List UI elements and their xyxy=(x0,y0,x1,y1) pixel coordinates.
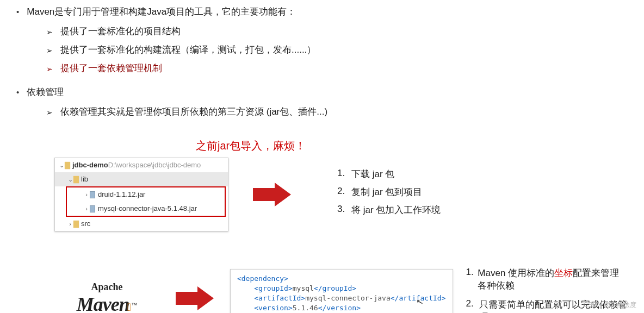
svg-marker-1 xyxy=(176,286,214,310)
folder-icon: ▇ xyxy=(65,160,70,171)
arrow-marker: ➢ xyxy=(46,62,53,76)
intro-item-1: 提供了一套标准化的项目结构 xyxy=(60,25,181,39)
folder-icon: ▇ xyxy=(73,174,79,185)
file-tree: ⌄ ▇ jdbc-demo D:\workspace\jdbc\jdbc-dem… xyxy=(54,158,228,231)
jar-file-icon xyxy=(90,191,95,198)
dep-desc: 依赖管理其实就是管理你项目所依赖的第三方资源 (jar包、插件...) xyxy=(60,105,327,120)
folder-icon: ▇ xyxy=(73,218,79,229)
caret-down-icon: ⌄ xyxy=(67,174,73,185)
intro-item-2: 提供了一套标准化的构建流程（编译，测试，打包，发布......） xyxy=(60,43,316,58)
benefit-num: 1. xyxy=(466,267,478,292)
bullet-dot: • xyxy=(16,86,19,99)
svg-marker-0 xyxy=(253,183,291,206)
step-num: 1. xyxy=(337,168,351,180)
lib-folder: lib xyxy=(81,174,88,185)
jar-import-title: 之前jar包导入，麻烦！ xyxy=(196,139,628,153)
caret-right-icon: › xyxy=(83,189,90,200)
benefit-num: 2. xyxy=(466,298,480,313)
jar-highlight-box: › druid-1.1.12.jar › mysql-connector-jav… xyxy=(66,186,226,217)
arrow-right-icon xyxy=(176,286,214,310)
caret-right-icon: › xyxy=(67,218,73,229)
arrow-right-icon xyxy=(253,183,291,206)
intro-heading: Maven是专门用于管理和构建Java项目的工具，它的主要功能有： xyxy=(27,5,296,18)
step-3: 将 jar 包加入工作环境 xyxy=(351,204,441,216)
step-num: 3. xyxy=(337,204,351,216)
caret-down-icon: ⌄ xyxy=(58,160,65,171)
dep-heading: 依赖管理 xyxy=(27,86,64,99)
step-1: 下载 jar 包 xyxy=(351,168,394,180)
jar-file-icon xyxy=(90,205,95,212)
arrow-marker: ➢ xyxy=(46,105,53,120)
maven-logo-tm: ™ xyxy=(131,302,137,308)
step-num: 2. xyxy=(337,186,351,198)
arrow-marker: ➢ xyxy=(46,43,53,58)
src-folder: src xyxy=(81,218,90,229)
project-path: D:\workspace\jdbc\jdbc-demo xyxy=(108,160,201,171)
arrow-marker: ➢ xyxy=(46,25,53,39)
step-2: 复制 jar 包到项目 xyxy=(351,186,422,198)
project-name: jdbc-demo xyxy=(72,160,108,171)
caret-right-icon: › xyxy=(83,203,90,214)
maven-logo: Apache Maven𓆃™ xyxy=(68,281,146,314)
bullet-dot: • xyxy=(16,5,19,18)
maven-logo-text: Maven xyxy=(77,293,129,314)
maven-logo-apache: Apache xyxy=(68,281,146,293)
jar-file-1: druid-1.1.12.jar xyxy=(98,189,145,200)
benefit-1: Maven 使用标准的坐标配置来管理各种依赖 xyxy=(478,267,628,292)
manual-steps-list: 1.下载 jar 包 2.复制 jar 包到项目 3.将 jar 包加入工作环境 xyxy=(337,168,441,222)
watermark: CSDN @不依法度 xyxy=(583,301,636,310)
intro-item-3: 提供了一套依赖管理机制 xyxy=(60,62,162,76)
jar-file-2: mysql-connector-java-5.1.48.jar xyxy=(98,203,197,214)
